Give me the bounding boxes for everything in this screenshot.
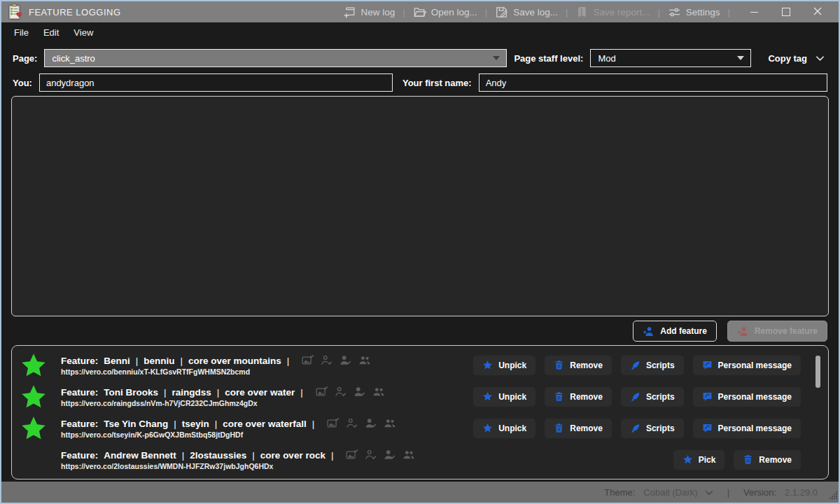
menu-view[interactable]: View <box>66 25 100 40</box>
feature-line: Feature: Andrew Bennett | 2lostaussies |… <box>61 449 673 461</box>
users-group-icon <box>384 417 396 430</box>
scripts-button[interactable]: Scripts <box>621 419 684 438</box>
statusbar: Theme: Cobalt (Dark) | Version: 2.1.29.0 <box>1 482 839 503</box>
star-icon <box>682 454 693 465</box>
feature-user-alias: raingdss <box>172 387 211 398</box>
separator: | <box>164 387 167 398</box>
minimize-button[interactable] <box>738 2 770 22</box>
feature-list: Feature: Benni | benniu | core over moun… <box>11 345 829 479</box>
copy-tag-button[interactable]: Copy tag <box>768 53 825 64</box>
remove-button[interactable]: Remove <box>545 387 612 407</box>
unpick-button-label: Unpick <box>498 424 526 433</box>
feature-description: core over rock <box>260 450 326 461</box>
feature-user-alias: benniu <box>144 356 174 366</box>
user-check-outline-icon <box>346 417 358 430</box>
personal-message-button[interactable]: Personal message <box>693 356 801 375</box>
user-check-outline-icon <box>365 449 377 461</box>
feature-info: Feature: Tse Yin Chang | tseyin | core o… <box>61 417 473 439</box>
photo-check-icon <box>327 417 340 430</box>
user-check-filled-icon <box>384 449 396 461</box>
settings-button[interactable]: Settings <box>662 4 727 20</box>
newlog-icon <box>343 6 356 19</box>
staff-level-dropdown[interactable]: Mod <box>590 49 751 67</box>
scripts-button[interactable]: Scripts <box>621 387 684 407</box>
scrollbar-thumb[interactable] <box>816 356 820 388</box>
feature-user-alias: tseyin <box>182 419 209 429</box>
staff-level-dropdown-value: Mod <box>598 53 615 64</box>
scripts-icon <box>630 360 640 370</box>
feature-row-actions: PickRemove <box>673 450 801 470</box>
maximize-icon <box>782 8 790 16</box>
pick-button[interactable]: Pick <box>673 450 725 470</box>
window-controls <box>738 2 833 22</box>
page-dropdown[interactable]: click_astro <box>44 49 507 67</box>
remove-button[interactable]: Remove <box>734 450 801 470</box>
feature-row: Feature: Tse Yin Chang | tseyin | core o… <box>12 412 828 444</box>
trash-icon <box>554 423 564 433</box>
save-report-button[interactable]: Save report... <box>569 4 656 20</box>
person-remove-icon <box>737 326 749 337</box>
scripts-button[interactable]: Scripts <box>621 356 684 375</box>
trash-icon <box>554 360 564 370</box>
toolbar-separator: | <box>566 7 568 18</box>
unpick-button[interactable]: Unpick <box>473 419 536 438</box>
page-row: Page: click_astro Page staff level: Mod … <box>1 49 839 67</box>
remove-button-label: Remove <box>570 392 603 402</box>
close-button[interactable] <box>802 2 833 22</box>
feature-user-alias: 2lostaussies <box>190 450 246 461</box>
remove-button[interactable]: Remove <box>545 419 612 438</box>
save-log-button[interactable]: Save log... <box>489 4 564 20</box>
feature-user-name: Benni <box>104 356 130 366</box>
unpick-button[interactable]: Unpick <box>473 356 536 375</box>
new-log-button[interactable]: New log <box>337 4 402 20</box>
feature-url: https://vero.co/raingdss/nVm-h7VjCR232CJ… <box>61 399 473 407</box>
first-name-input[interactable] <box>479 74 827 92</box>
feature-user-name: Tse Yin Chang <box>104 419 168 429</box>
feature-description: core over water <box>225 387 295 398</box>
menubar: FileEditView <box>1 22 839 42</box>
feature-status-icons <box>316 386 385 398</box>
feature-user-name: Toni Brooks <box>104 387 158 398</box>
picked-star-icon <box>20 384 47 410</box>
feature-status-icons <box>346 449 415 461</box>
message-icon <box>702 423 713 433</box>
you-input[interactable] <box>39 74 393 92</box>
feature-actions-row: Add feature Remove feature <box>13 321 827 342</box>
maximize-button[interactable] <box>770 2 802 22</box>
resize-grip[interactable] <box>828 490 838 502</box>
scripts-button-label: Scripts <box>646 392 675 402</box>
feature-description: core over mountains <box>188 356 281 366</box>
feature-url: https://vero.co/benniu/xT-KLfGsvRTfFgWHM… <box>61 368 473 376</box>
page-label: Page: <box>13 53 37 64</box>
feature-label: Feature: <box>61 419 98 429</box>
theme-dropdown[interactable]: Cobalt (Dark) <box>643 487 713 498</box>
scripts-button-label: Scripts <box>646 424 675 433</box>
log-content-area[interactable] <box>11 96 829 316</box>
pick-status-cell <box>20 415 61 442</box>
version-value: 2.1.29.0 <box>785 487 818 498</box>
user-check-outline-icon <box>335 386 347 398</box>
open-log-button[interactable]: Open log... <box>407 4 484 20</box>
user-check-outline-icon <box>321 354 333 367</box>
feature-line: Feature: Benni | benniu | core over moun… <box>61 354 473 367</box>
scripts-button-label: Scripts <box>646 360 675 370</box>
remove-button-label: Remove <box>570 360 603 370</box>
save-log-button-label: Save log... <box>513 7 558 18</box>
new-log-button-label: New log <box>361 7 396 18</box>
unpick-button[interactable]: Unpick <box>473 387 536 407</box>
separator: | <box>217 387 220 398</box>
menu-edit[interactable]: Edit <box>36 25 66 40</box>
feature-row: Feature: Benni | benniu | core over moun… <box>12 349 828 381</box>
personal-message-button[interactable]: Personal message <box>693 419 801 438</box>
separator: | <box>182 450 185 461</box>
personal-message-button[interactable]: Personal message <box>693 387 801 407</box>
remove-feature-button[interactable]: Remove feature <box>727 321 827 342</box>
feature-url: https://vero.co/tseyin/K-p6GwQXJBmStbq58… <box>61 430 473 439</box>
photo-check-icon <box>346 449 358 461</box>
add-feature-button[interactable]: Add feature <box>633 321 717 342</box>
user-check-filled-icon <box>365 417 377 430</box>
users-group-icon <box>402 449 415 461</box>
star-icon <box>482 423 493 433</box>
menu-file[interactable]: File <box>7 25 36 40</box>
remove-button[interactable]: Remove <box>545 356 612 375</box>
